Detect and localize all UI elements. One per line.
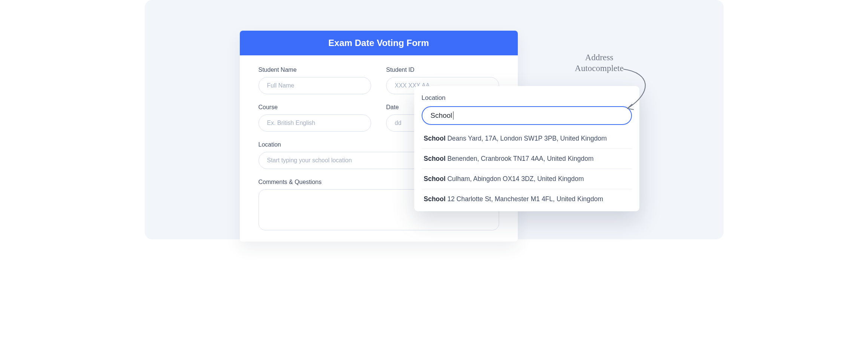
autocomplete-suggestion[interactable]: School 12 Charlotte St, Manchester M1 4F… [422, 189, 632, 209]
suggestion-match: School [424, 195, 446, 203]
suggestion-match: School [424, 155, 446, 162]
text-caret [453, 111, 454, 120]
suggestion-rest: Deans Yard, 17A, London SW1P 3PB, United… [446, 135, 607, 142]
label-student-name: Student Name [259, 67, 372, 73]
autocomplete-suggestion[interactable]: School Benenden, Cranbrook TN17 4AA, Uni… [422, 149, 632, 169]
autocomplete-popover: Location School School Deans Yard, 17A, … [414, 86, 639, 211]
suggestion-match: School [424, 135, 446, 142]
form-title: Exam Date Voting Form [240, 31, 518, 55]
field-student-name: Student Name Full Name [259, 67, 372, 94]
suggestion-rest: Culham, Abingdon OX14 3DZ, United Kingdo… [446, 175, 584, 182]
autocomplete-input[interactable]: School [422, 106, 632, 125]
suggestion-rest: 12 Charlotte St, Manchester M1 4FL, Unit… [446, 195, 603, 203]
autocomplete-suggestions: School Deans Yard, 17A, London SW1P 3PB,… [422, 129, 632, 209]
annotation-label: Address Autocomplete [540, 52, 659, 74]
autocomplete-suggestion[interactable]: School Culham, Abingdon OX14 3DZ, United… [422, 169, 632, 189]
suggestion-rest: Benenden, Cranbrook TN17 4AA, United Kin… [446, 155, 594, 162]
input-course[interactable]: Ex. British English [259, 114, 372, 132]
autocomplete-suggestion[interactable]: School Deans Yard, 17A, London SW1P 3PB,… [422, 129, 632, 149]
autocomplete-label: Location [422, 94, 632, 102]
label-course: Course [259, 104, 372, 111]
suggestion-match: School [424, 175, 446, 182]
label-student-id: Student ID [386, 67, 499, 73]
field-course: Course Ex. British English [259, 104, 372, 132]
autocomplete-query-text: School [431, 111, 452, 120]
input-student-name[interactable]: Full Name [259, 77, 372, 94]
